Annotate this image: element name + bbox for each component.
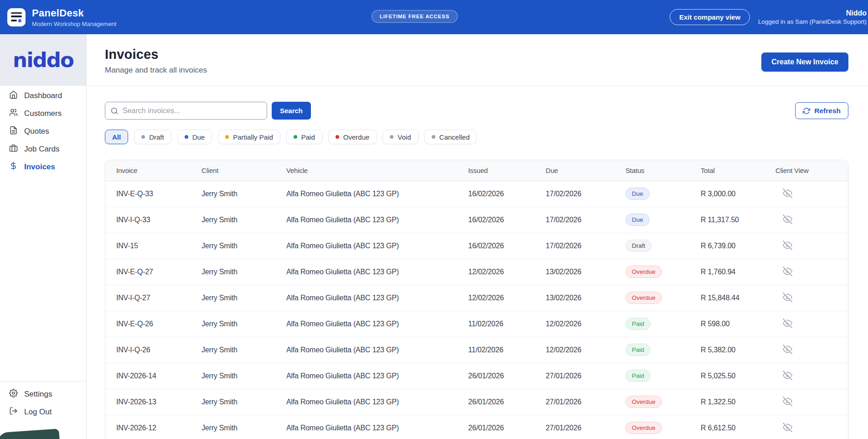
table-row[interactable]: INV-E-Q-26 Jerry Smith Alfa Romeo Giulie… [105, 311, 848, 337]
eye-off-icon [783, 245, 792, 251]
table-row[interactable]: INV-15 Jerry Smith Alfa Romeo Giulietta … [105, 233, 848, 259]
client-view-toggle[interactable] [782, 214, 793, 226]
client-view-toggle[interactable] [782, 266, 793, 278]
cell-status: Due [615, 207, 690, 233]
status-dot [141, 135, 145, 139]
filter-chip-cancelled[interactable]: Cancelled [424, 130, 477, 144]
table-row[interactable]: INV-2026-13 Jerry Smith Alfa Romeo Giuli… [105, 389, 848, 415]
eye-off-icon [783, 271, 792, 277]
cell-total: R 11,317.50 [690, 207, 765, 233]
cell-due: 17/02/2026 [535, 207, 615, 233]
client-view-toggle[interactable] [782, 188, 793, 200]
status-badge: Paid [625, 344, 651, 356]
logged-in-as: Logged in as Sam (PanelDesk Support) [758, 18, 867, 26]
cell-client-view [765, 337, 848, 363]
sidebar-item-quotes[interactable]: Quotes [0, 122, 86, 140]
cell-status: Overdue [615, 259, 690, 285]
eye-off-icon [783, 323, 792, 329]
exit-company-view-button[interactable]: Exit company view [670, 9, 750, 25]
client-view-toggle[interactable] [782, 370, 793, 382]
col-due: Due [535, 160, 615, 181]
table-row[interactable]: INV-2026-14 Jerry Smith Alfa Romeo Giuli… [105, 363, 848, 389]
cell-client-view [765, 311, 848, 337]
client-view-toggle[interactable] [782, 318, 793, 330]
cell-invoice: INV-2026-14 [105, 363, 191, 389]
client-view-toggle[interactable] [782, 422, 793, 434]
cell-vehicle: Alfa Romeo Giulietta (ABC 123 GP) [275, 233, 457, 259]
search-button[interactable]: Search [272, 102, 311, 120]
sidebar-item-invoices[interactable]: Invoices [0, 158, 86, 176]
brand-tagline: Modern Workshop Management [32, 21, 116, 27]
status-badge: Overdue [625, 396, 662, 408]
cell-total: R 1,760.94 [690, 259, 765, 285]
cell-due: 13/02/2026 [535, 285, 615, 311]
sidebar-item-logout[interactable]: Log Out [0, 403, 86, 421]
cell-due: 27/01/2026 [535, 389, 615, 415]
filter-chip-label: Partially Paid [233, 133, 273, 141]
brand-text: PanelDesk Modern Workshop Management [32, 7, 116, 27]
sidebar-item-customers[interactable]: Customers [0, 105, 86, 122]
filter-chip-draft[interactable]: Draft [134, 130, 171, 144]
status-dot [432, 135, 435, 139]
logo-bar [11, 12, 22, 14]
sidebar-item-settings[interactable]: Settings [0, 385, 86, 403]
cell-status: Overdue [615, 285, 690, 311]
client-view-toggle[interactable] [782, 240, 793, 252]
filter-chip-label: Overdue [343, 133, 370, 141]
filter-chip-label: Void [398, 133, 411, 141]
sidebar-item-dashboard[interactable]: Dashboard [0, 87, 86, 105]
col-total: Total [690, 160, 765, 181]
filter-chip-partially-paid[interactable]: Partially Paid [218, 130, 280, 144]
cell-status: Paid [615, 311, 690, 337]
cell-client-view [765, 259, 848, 285]
document-icon [9, 126, 18, 137]
cell-invoice: INV-I-Q-26 [105, 337, 191, 363]
refresh-button[interactable]: Refresh [795, 102, 848, 119]
cell-issued: 12/02/2026 [457, 285, 535, 311]
eye-off-icon [783, 427, 792, 434]
sidebar-item-job-cards[interactable]: Job Cards [0, 140, 86, 158]
cell-vehicle: Alfa Romeo Giulietta (ABC 123 GP) [275, 363, 457, 389]
table-row[interactable]: INV-E-Q-27 Jerry Smith Alfa Romeo Giulie… [105, 259, 848, 285]
table-row[interactable]: INV-I-Q-27 Jerry Smith Alfa Romeo Giulie… [105, 285, 848, 311]
users-icon [9, 108, 18, 119]
client-view-toggle[interactable] [782, 396, 793, 408]
filter-chip-overdue[interactable]: Overdue [328, 130, 377, 144]
cell-issued: 26/01/2026 [457, 363, 535, 389]
invoices-table: Invoice Client Vehicle Issued Due Status… [105, 160, 848, 439]
cell-client: Jerry Smith [191, 285, 275, 311]
table-row[interactable]: INV-2026-12 Jerry Smith Alfa Romeo Giuli… [105, 415, 848, 439]
client-view-toggle[interactable] [782, 292, 793, 304]
filter-chip-label: Cancelled [439, 133, 470, 141]
table-row[interactable]: INV-I-Q-26 Jerry Smith Alfa Romeo Giulie… [105, 337, 848, 363]
filter-chip-all[interactable]: All [105, 130, 128, 144]
logout-icon [9, 407, 18, 418]
search-input[interactable] [105, 102, 267, 120]
cell-vehicle: Alfa Romeo Giulietta (ABC 123 GP) [275, 415, 457, 439]
col-vehicle: Vehicle [275, 160, 457, 181]
create-new-invoice-button[interactable]: Create New Invoice [761, 52, 848, 72]
table-row[interactable]: INV-I-Q-33 Jerry Smith Alfa Romeo Giulie… [105, 207, 848, 233]
topbar-right: Exit company view Niddo Logged in as Sam… [670, 0, 868, 34]
cell-issued: 26/01/2026 [457, 389, 535, 415]
cell-invoice: INV-E-Q-26 [105, 311, 191, 337]
client-view-toggle[interactable] [782, 344, 793, 356]
status-badge: Overdue [625, 266, 662, 278]
filter-chip-void[interactable]: Void [382, 130, 418, 144]
cell-due: 27/01/2026 [535, 363, 615, 389]
cell-client-view [765, 363, 848, 389]
cell-status: Due [615, 181, 690, 207]
filter-chip-paid[interactable]: Paid [286, 130, 322, 144]
sidebar-item-label: Settings [24, 390, 52, 399]
cell-due: 13/02/2026 [535, 259, 615, 285]
filter-chip-due[interactable]: Due [177, 130, 212, 144]
cell-due: 12/02/2026 [535, 311, 615, 337]
page-subtitle: Manage and track all invoices [105, 66, 207, 75]
status-badge: Due [625, 214, 650, 226]
table-row[interactable]: INV-E-Q-33 Jerry Smith Alfa Romeo Giulie… [105, 181, 848, 207]
company-name: Niddo [758, 8, 867, 18]
filter-chip-label: Draft [149, 133, 164, 141]
status-dot [185, 135, 188, 139]
cell-invoice: INV-I-Q-33 [105, 207, 191, 233]
status-badge: Draft [625, 240, 651, 252]
